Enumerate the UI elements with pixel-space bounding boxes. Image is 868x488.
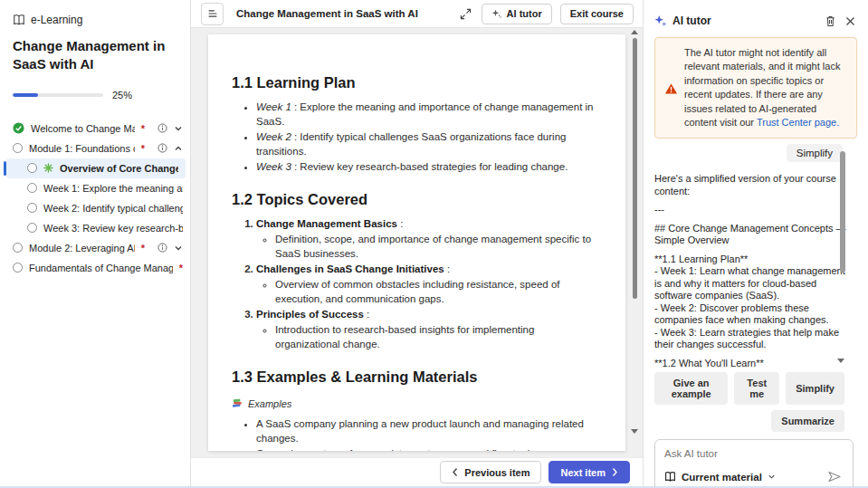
course-progress: 25% (0, 90, 190, 100)
delete-chat-button[interactable] (823, 13, 838, 29)
expand-diagonal-icon (460, 8, 472, 20)
summarize-chip[interactable]: Summarize (771, 410, 844, 432)
content-header: Change Management in SaaS with AI AI tut… (191, 0, 643, 28)
scope-selector[interactable]: Current material (664, 471, 776, 483)
chevron-down-icon[interactable] (174, 124, 183, 133)
topic-sublist: Overview of common obstacles including r… (256, 277, 602, 306)
list-item: Week 3 : Review key research-based strat… (256, 159, 602, 174)
course-sidebar: e-Learning Change Management in SaaS wit… (0, 0, 191, 488)
sidebar-item-label: Week 3: Review key research-based s... (43, 223, 183, 234)
document-scrollbar[interactable] (633, 38, 637, 299)
info-icon[interactable] (157, 143, 167, 153)
section-heading-examples: 1.3 Examples & Learning Materials (232, 367, 602, 388)
sidebar-item-module2[interactable]: Module 2: Leveraging AI to Enhan...* (0, 238, 190, 258)
app-label-row: e-Learning (0, 14, 190, 26)
chevron-down-icon[interactable] (174, 244, 183, 253)
exit-course-button[interactable]: Exit course (560, 4, 634, 24)
radio-circle-icon (27, 163, 37, 173)
list-item: Principles of Success : Introduction to … (256, 307, 602, 351)
week-term: Week 2 (256, 131, 291, 142)
trash-icon (825, 14, 836, 27)
warning-body: The AI tutor might not identify all rele… (684, 47, 840, 128)
list-item: A SaaS company planning a new product la… (256, 416, 602, 445)
trust-center-link[interactable]: Trust Center page. (757, 117, 839, 128)
chat-scroll-down-arrow[interactable] (837, 359, 844, 363)
book-open-icon (13, 14, 25, 26)
sidebar-item-fundamentals[interactable]: Fundamentals of Change Management i...* (0, 258, 190, 278)
sidebar-item-label: Module 1: Foundations of Change ... (29, 143, 135, 154)
ai-tutor-button[interactable]: AI tutor (482, 4, 552, 24)
chat-scrollbar[interactable] (840, 151, 845, 273)
course-nav-list: Welcome to Change Management...* Module … (0, 119, 190, 278)
warning-text: The AI tutor might not identify all rele… (684, 46, 847, 129)
give-example-chip[interactable]: Give an example (654, 372, 728, 405)
topic-term: Challenges in SaaS Change Initiatives (256, 263, 444, 274)
previous-item-button[interactable]: Previous item (440, 461, 541, 483)
e-learning-app: e-Learning Change Management in SaaS wit… (0, 0, 868, 488)
list-item: Change Management Basics : Definition, s… (256, 216, 602, 261)
sidebar-item-week2[interactable]: Week 2: Identify typical challenges Sa..… (0, 198, 190, 218)
main-content-area: Change Management in SaaS with AI AI tut… (191, 0, 643, 488)
message-paragraph: **1.1 Learning Plan** - Week 1: Learn wh… (654, 254, 850, 351)
sidebar-item-label: Overview of Core Change Mana... (60, 163, 178, 174)
sidebar-item-week3[interactable]: Week 3: Review key research-based s... (0, 218, 190, 238)
ai-panel-title: AI tutor (672, 14, 817, 27)
previous-item-label: Previous item (464, 467, 529, 478)
ai-panel-header: AI tutor (654, 13, 857, 29)
input-toolbar: Current material (664, 468, 844, 485)
radio-circle-icon (13, 143, 23, 153)
topic-detail: Overview of common obstacles including r… (275, 277, 602, 306)
topic-sep: : (364, 309, 369, 320)
examples-label: Examples (248, 397, 291, 411)
input-placeholder: Ask AI tutor (664, 448, 844, 459)
message-paragraph: ## Core Change Management Concepts — Sim… (654, 223, 850, 247)
chevron-down-icon (768, 473, 776, 481)
send-button[interactable] (825, 468, 844, 485)
scroll-down-arrow[interactable] (631, 429, 638, 434)
message-paragraph: --- (654, 204, 850, 216)
sidebar-item-label: Fundamentals of Change Management i... (29, 263, 173, 273)
list-item: Week 2 : Identify typical challenges Saa… (256, 129, 602, 158)
topic-sep: : (397, 218, 403, 229)
examples-note: Examples (232, 397, 602, 411)
sidebar-item-week1[interactable]: Week 1: Explore the meaning and im... (0, 178, 190, 198)
required-asterisk: * (141, 123, 145, 134)
test-me-chip[interactable]: Test me (734, 372, 779, 405)
toc-menu-button[interactable] (201, 3, 224, 25)
scroll-up-arrow[interactable] (631, 30, 638, 34)
radio-circle-icon (13, 263, 23, 273)
progress-bar (13, 93, 103, 97)
progress-label: 25% (112, 90, 132, 100)
sidebar-item-module1[interactable]: Module 1: Foundations of Change ...* (0, 139, 190, 158)
close-panel-button[interactable] (844, 14, 857, 28)
sidebar-item-welcome[interactable]: Welcome to Change Management...* (0, 119, 190, 139)
next-item-button[interactable]: Next item (548, 461, 630, 483)
section-heading-topics: 1.2 Topics Covered (232, 189, 602, 210)
next-item-label: Next item (560, 467, 606, 478)
close-icon (845, 16, 855, 26)
sidebar-item-overview-selected[interactable]: Overview of Core Change Mana... (6, 158, 186, 178)
content-title: Change Management in SaaS with AI (236, 8, 418, 19)
chevron-up-icon[interactable] (174, 144, 183, 153)
app-label: e-Learning (31, 14, 82, 26)
info-icon[interactable] (157, 123, 167, 133)
sidebar-item-label: Module 2: Leveraging AI to Enhan... (29, 243, 135, 254)
radio-circle-icon (27, 183, 37, 193)
sidebar-item-label: Week 1: Explore the meaning and im... (43, 183, 183, 194)
message-paragraph: Here's a simplified version of your cour… (654, 173, 850, 197)
scope-label: Current material (682, 472, 762, 483)
info-icon[interactable] (157, 243, 167, 253)
ask-ai-tutor-input[interactable]: Ask AI tutor Current material (654, 439, 854, 488)
required-asterisk: * (141, 243, 145, 254)
chat-message-area: Simplify Here's a simplified version of … (654, 144, 857, 367)
week-term: Week 1 (256, 101, 291, 112)
sparkle-icon (654, 14, 667, 27)
topic-detail: Introduction to research-based insights … (275, 322, 602, 351)
check-circle-icon (13, 122, 24, 134)
expand-button[interactable] (458, 6, 473, 22)
course-title: Change Management in SaaS with AI (0, 37, 181, 74)
topic-sublist: Definition, scope, and importance of cha… (256, 232, 602, 261)
radio-circle-icon (13, 243, 23, 253)
simplify-chip[interactable]: Simplify (786, 372, 844, 405)
week-text: : Review key research-based strategies f… (291, 161, 568, 172)
